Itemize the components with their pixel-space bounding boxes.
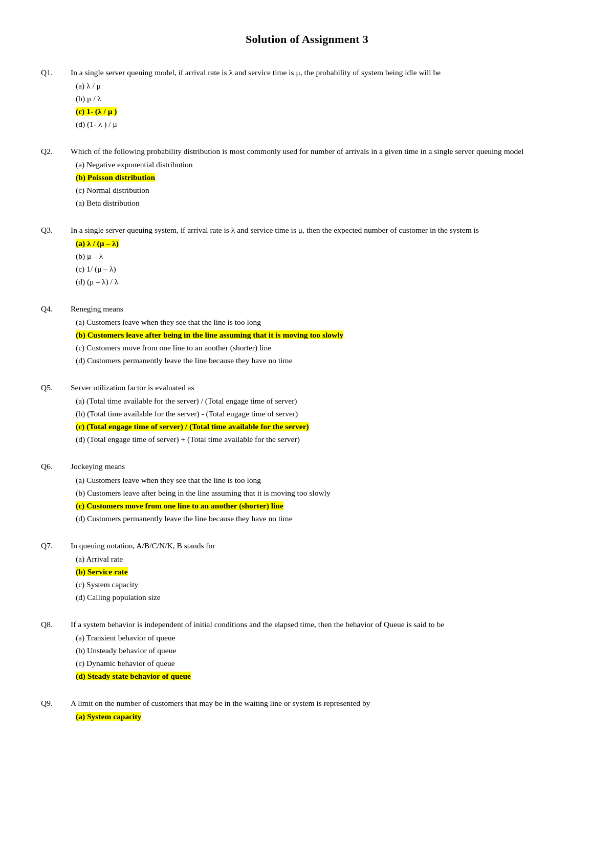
option-5-2: (b) (Total time available for the server… xyxy=(76,408,573,420)
highlight-option: (c) Customers move from one line to an a… xyxy=(76,501,283,510)
option-2-2: (b) Poisson distribution xyxy=(76,171,573,184)
question-block-9: Q9.A limit on the number of customers th… xyxy=(41,697,573,723)
question-number-2: Q2. xyxy=(41,145,71,210)
question-options-4: (a) Customers leave when they see that t… xyxy=(76,316,573,367)
question-number-4: Q4. xyxy=(41,303,71,367)
page-title: Solution of Assignment 3 xyxy=(41,31,573,48)
question-body-7: In queuing notation, A/B/C/N/K, B stands… xyxy=(71,540,573,604)
question-text-2: Which of the following probability distr… xyxy=(71,145,573,158)
option-6-1: (a) Customers leave when they see that t… xyxy=(76,474,573,486)
option-4-4: (d) Customers permanently leave the line… xyxy=(76,354,573,367)
option-6-4: (d) Customers permanently leave the line… xyxy=(76,513,573,525)
question-body-8: If a system behavior is independent of i… xyxy=(71,618,573,683)
question-number-3: Q3. xyxy=(41,224,71,288)
highlight-option: (a) λ / (μ – λ) xyxy=(76,239,119,248)
question-number-5: Q5. xyxy=(41,382,71,446)
question-options-5: (a) (Total time available for the server… xyxy=(76,395,573,446)
highlight-option: (b) Service rate xyxy=(76,567,128,576)
question-options-9: (a) System capacity xyxy=(76,710,573,723)
option-7-2: (b) Service rate xyxy=(76,566,573,578)
option-5-3: (c) (Total engage time of server) / (Tot… xyxy=(76,420,573,433)
question-body-2: Which of the following probability distr… xyxy=(71,145,573,210)
option-1-4: (d) (1- λ ) / μ xyxy=(76,118,573,130)
option-5-4: (d) (Total engage time of server) + (Tot… xyxy=(76,433,573,446)
question-number-6: Q6. xyxy=(41,460,71,525)
option-1-2: (b) μ / λ xyxy=(76,93,573,105)
question-block-6: Q6.Jockeying means(a) Customers leave wh… xyxy=(41,460,573,525)
question-options-8: (a) Transient behavior of queue(b) Unste… xyxy=(76,632,573,682)
question-text-8: If a system behavior is independent of i… xyxy=(71,618,573,631)
question-number-8: Q8. xyxy=(41,618,71,683)
question-block-4: Q4.Reneging means(a) Customers leave whe… xyxy=(41,303,573,367)
option-2-4: (a) Beta distribution xyxy=(76,197,573,209)
question-body-3: In a single server queuing system, if ar… xyxy=(71,224,573,288)
question-block-8: Q8.If a system behavior is independent o… xyxy=(41,618,573,683)
question-number-7: Q7. xyxy=(41,540,71,604)
question-text-9: A limit on the number of customers that … xyxy=(71,697,573,709)
option-7-3: (c) System capacity xyxy=(76,578,573,591)
question-options-7: (a) Arrival rate(b) Service rate(c) Syst… xyxy=(76,553,573,604)
question-text-4: Reneging means xyxy=(71,303,573,315)
option-3-1: (a) λ / (μ – λ) xyxy=(76,237,573,250)
highlight-option: (c) (Total engage time of server) / (Tot… xyxy=(76,422,309,431)
option-8-1: (a) Transient behavior of queue xyxy=(76,632,573,644)
question-text-7: In queuing notation, A/B/C/N/K, B stands… xyxy=(71,540,573,552)
option-8-3: (c) Dynamic behavior of queue xyxy=(76,657,573,670)
question-options-6: (a) Customers leave when they see that t… xyxy=(76,474,573,525)
question-text-6: Jockeying means xyxy=(71,460,573,473)
highlight-option: (c) 1- (λ / μ ) xyxy=(76,107,117,116)
question-block-5: Q5.Server utilization factor is evaluate… xyxy=(41,382,573,446)
highlight-option: (a) System capacity xyxy=(76,712,141,721)
question-block-1: Q1.In a single server queuing model, if … xyxy=(41,66,573,131)
option-3-2: (b) μ – λ xyxy=(76,250,573,262)
question-body-4: Reneging means(a) Customers leave when t… xyxy=(71,303,573,367)
option-7-1: (a) Arrival rate xyxy=(76,553,573,565)
option-6-3: (c) Customers move from one line to an a… xyxy=(76,500,573,512)
question-body-9: A limit on the number of customers that … xyxy=(71,697,573,723)
option-1-1: (a) λ / μ xyxy=(76,80,573,92)
question-block-7: Q7.In queuing notation, A/B/C/N/K, B sta… xyxy=(41,540,573,604)
option-4-2: (b) Customers leave after being in the l… xyxy=(76,329,573,341)
option-2-1: (a) Negative exponential distribution xyxy=(76,159,573,171)
question-body-1: In a single server queuing model, if arr… xyxy=(71,66,573,131)
option-2-3: (c) Normal distribution xyxy=(76,184,573,196)
question-body-5: Server utilization factor is evaluated a… xyxy=(71,382,573,446)
question-options-2: (a) Negative exponential distribution(b)… xyxy=(76,159,573,209)
question-number-9: Q9. xyxy=(41,697,71,723)
question-text-3: In a single server queuing system, if ar… xyxy=(71,224,573,236)
option-7-4: (d) Calling population size xyxy=(76,591,573,604)
question-options-3: (a) λ / (μ – λ)(b) μ – λ(c) 1/ (μ – λ)(d… xyxy=(76,237,573,288)
question-body-6: Jockeying means(a) Customers leave when … xyxy=(71,460,573,525)
option-3-4: (d) (μ – λ) / λ xyxy=(76,276,573,288)
option-4-3: (c) Customers move from one line to an a… xyxy=(76,342,573,354)
option-3-3: (c) 1/ (μ – λ) xyxy=(76,263,573,275)
question-options-1: (a) λ / μ(b) μ / λ(c) 1- (λ / μ )(d) (1-… xyxy=(76,80,573,130)
question-text-1: In a single server queuing model, if arr… xyxy=(71,66,573,79)
option-5-1: (a) (Total time available for the server… xyxy=(76,395,573,407)
highlight-option: (d) Steady state behavior of queue xyxy=(76,672,191,680)
option-8-2: (b) Unsteady behavior of queue xyxy=(76,644,573,657)
question-number-1: Q1. xyxy=(41,66,71,131)
question-block-3: Q3.In a single server queuing system, if… xyxy=(41,224,573,288)
option-8-4: (d) Steady state behavior of queue xyxy=(76,670,573,682)
highlight-option: (b) Customers leave after being in the l… xyxy=(76,330,343,339)
question-block-2: Q2.Which of the following probability di… xyxy=(41,145,573,210)
option-6-2: (b) Customers leave after being in the l… xyxy=(76,487,573,499)
option-4-1: (a) Customers leave when they see that t… xyxy=(76,316,573,328)
option-1-3: (c) 1- (λ / μ ) xyxy=(76,105,573,118)
highlight-option: (b) Poisson distribution xyxy=(76,173,155,182)
option-9-1: (a) System capacity xyxy=(76,710,573,723)
question-text-5: Server utilization factor is evaluated a… xyxy=(71,382,573,394)
